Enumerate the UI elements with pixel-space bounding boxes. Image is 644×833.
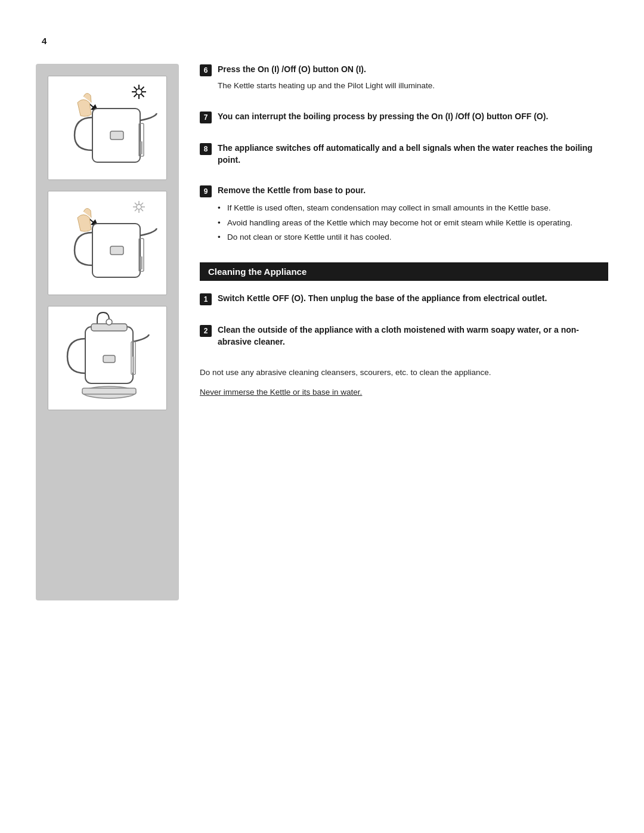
step-9-number: 9 — [200, 185, 212, 197]
step-6-block: 6 Press the On (I) /Off (O) button ON (I… — [200, 64, 608, 92]
svg-rect-34 — [82, 388, 136, 394]
step-9-header: 9 Remove the Kettle from base to pour. — [200, 185, 608, 197]
step-9-title: Remove the Kettle from base to pour. — [218, 185, 366, 197]
svg-rect-32 — [103, 355, 115, 363]
kettle-on-illustration — [51, 79, 164, 177]
cleaning-step-1-number: 1 — [200, 293, 212, 305]
svg-rect-24 — [140, 256, 143, 270]
step-7-number: 7 — [200, 112, 212, 123]
illustration-step7 — [48, 191, 167, 295]
svg-point-21 — [137, 205, 141, 209]
content-area: 6 Press the On (I) /Off (O) button ON (I… — [36, 64, 608, 600]
bullet-item-3: Do not clean or store Kettle until it ha… — [218, 231, 608, 243]
cleaning-step-1-block: 1 Switch Kettle OFF (O). Then unplug the… — [200, 293, 608, 305]
kettle-removed-illustration — [51, 309, 164, 407]
cleaning-step-2-title: Clean the outside of the appliance with … — [218, 324, 608, 348]
svg-rect-25 — [110, 246, 123, 255]
kettle-off-illustration — [51, 194, 164, 292]
cleaning-step-2-header: 2 Clean the outside of the appliance wit… — [200, 324, 608, 348]
cleaning-header: Cleaning the Appliance — [200, 262, 608, 281]
cleaning-note: Do not use any abrasive cleaning cleanse… — [200, 367, 608, 379]
cleaning-section: Cleaning the Appliance 1 Switch Kettle O… — [200, 262, 608, 396]
step-8-block: 8 The appliance switches off automatical… — [200, 143, 608, 166]
step-8-title: The appliance switches off automatically… — [218, 143, 608, 166]
step-6-number: 6 — [200, 64, 212, 76]
svg-rect-11 — [140, 141, 143, 154]
cleaning-step-2-block: 2 Clean the outside of the appliance wit… — [200, 324, 608, 348]
step-9-block: 9 Remove the Kettle from base to pour. I… — [200, 185, 608, 243]
step-7-title: You can interrupt the boiling process by… — [218, 111, 548, 123]
right-panel: 6 Press the On (I) /Off (O) button ON (I… — [179, 64, 608, 600]
cleaning-step-1-title: Switch Kettle OFF (O). Then unplug the b… — [218, 293, 547, 305]
page-number: 4 — [42, 36, 608, 46]
svg-rect-12 — [110, 131, 123, 140]
left-panel — [36, 64, 179, 600]
step-8-number: 8 — [200, 143, 212, 155]
step-8-header: 8 The appliance switches off automatical… — [200, 143, 608, 166]
bullet-item-1: If Kettle is used often, steam condensat… — [218, 202, 608, 214]
step-6-title: Press the On (I) /Off (O) button ON (I). — [218, 64, 366, 76]
illustration-step6 — [48, 76, 167, 180]
page: 4 — [0, 0, 644, 833]
step-7-block: 7 You can interrupt the boiling process … — [200, 111, 608, 123]
usage-bullet-list: If Kettle is used often, steam condensat… — [218, 202, 608, 243]
bullet-item-2: Avoid handling areas of the Kettle which… — [218, 217, 608, 229]
step-7-header: 7 You can interrupt the boiling process … — [200, 111, 608, 123]
cleaning-warning: Never immerse the Kettle or its base in … — [200, 388, 608, 397]
step-6-desc: The Kettle starts heating up and the Pil… — [218, 80, 608, 92]
svg-rect-31 — [132, 357, 134, 373]
cleaning-step-1-header: 1 Switch Kettle OFF (O). Then unplug the… — [200, 293, 608, 305]
cleaning-step-2-number: 2 — [200, 325, 212, 337]
illustration-step8-9 — [48, 306, 167, 410]
svg-point-8 — [136, 89, 142, 95]
step-6-header: 6 Press the On (I) /Off (O) button ON (I… — [200, 64, 608, 76]
svg-point-29 — [106, 319, 112, 325]
